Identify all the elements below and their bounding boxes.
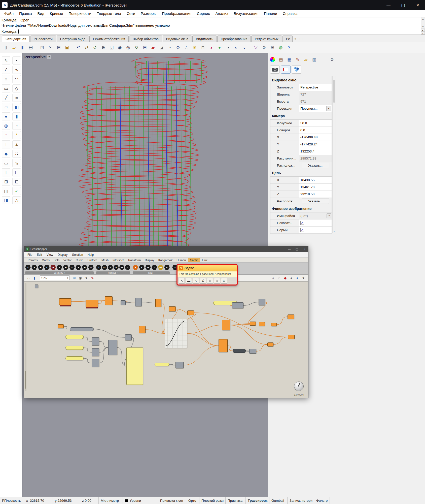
gh-tab-vector[interactable]: Vector <box>61 258 74 262</box>
select-icon[interactable]: ↖ <box>2 56 10 65</box>
gh-preview-wire-icon[interactable]: ◌ <box>276 275 282 280</box>
scroll-down-icon[interactable]: ▼ <box>422 26 424 28</box>
tab-cplanes[interactable]: РПлоскости <box>30 36 56 42</box>
polygon-icon[interactable]: ◇ <box>12 84 21 92</box>
gh-tab-maths[interactable]: Maths <box>40 258 52 262</box>
spin-up-icon[interactable]: ▲ <box>421 28 425 32</box>
torus-icon[interactable]: ◍ <box>2 122 10 130</box>
target-x-field[interactable]: 10438.55 <box>299 177 332 183</box>
array-icon[interactable]: ⊞ <box>2 178 10 186</box>
gh-geo-icon[interactable]: ▣ <box>82 265 87 270</box>
camera-snapshot-button[interactable] <box>270 66 280 74</box>
status-filler[interactable] <box>330 497 425 504</box>
status-grid-snap[interactable]: Привязка к сет <box>158 497 186 504</box>
gh-tab-curve[interactable]: Curve <box>74 258 86 262</box>
folder-icon[interactable]: ▱ <box>303 57 308 62</box>
gh-param[interactable] <box>187 310 194 315</box>
gh-menu-view[interactable]: View <box>44 253 55 257</box>
gh-param[interactable] <box>139 326 146 333</box>
menu-transform[interactable]: Преобразования <box>159 11 194 16</box>
status-x-coordinate[interactable]: x -32615.70 <box>24 497 53 504</box>
camera-x-field[interactable]: -176499.48 <box>299 134 332 141</box>
viewport-title[interactable]: Perspective <box>24 55 46 59</box>
line-icon[interactable]: ╱ <box>2 94 10 102</box>
gh-component[interactable] <box>232 302 243 308</box>
text-icon[interactable]: T <box>2 168 10 176</box>
pan-icon[interactable]: ⇄ <box>83 44 90 51</box>
command-scrollbar[interactable]: ▲ ▼ <box>421 17 425 28</box>
status-record-history[interactable]: Запись истори <box>288 497 314 504</box>
tab-partial[interactable]: Ре <box>282 36 293 42</box>
gh-zoom-fit-icon[interactable]: ⊞ <box>72 275 77 280</box>
zoom-extents-icon[interactable]: ◎ <box>124 44 132 51</box>
target-y-field[interactable]: 13461.73 <box>299 184 332 191</box>
browse-button[interactable]: ... <box>327 213 331 218</box>
gh-slider[interactable] <box>65 346 84 350</box>
status-osnap[interactable]: Привязка <box>226 497 246 504</box>
menu-tools[interactable]: Сервис <box>194 11 212 16</box>
display-mode-button[interactable] <box>292 66 301 74</box>
menu-panels[interactable]: Панели <box>261 11 280 16</box>
filter-icon[interactable]: ▽ <box>252 44 260 51</box>
gh-sphere-blue-icon[interactable]: ● <box>295 275 300 280</box>
gh-geo-icon[interactable]: ◆ <box>38 265 43 270</box>
status-units[interactable]: Миллиметр <box>99 497 123 504</box>
gh-preview-arrow-icon[interactable]: ▾ <box>84 275 89 280</box>
chevron-down-icon[interactable]: ▾ <box>326 106 331 111</box>
gh-graph-mapper[interactable] <box>165 319 187 348</box>
gh-prim-icon[interactable]: 01 <box>102 265 107 270</box>
tab-view-setup[interactable]: Настройка вида <box>57 36 89 42</box>
viewport-title-field[interactable]: Perspective <box>299 84 332 91</box>
maximize-button[interactable]: ▢ <box>396 0 410 10</box>
copy-icon[interactable]: ⊞ <box>55 44 62 51</box>
gh-component[interactable] <box>121 300 126 305</box>
gh-sketch-icon[interactable]: ✎ <box>90 275 95 280</box>
tab-visibility[interactable]: Видимость <box>192 36 217 42</box>
gh-tab-kangaroo2[interactable]: Kangaroo2 <box>156 258 174 262</box>
gh-input-icon[interactable]: ≡ <box>152 265 157 270</box>
gh-close-button[interactable]: × <box>301 246 308 252</box>
gear-icon[interactable]: ⚙ <box>260 44 268 51</box>
extend-icon[interactable]: ↘ <box>12 159 21 167</box>
zoom-dynamic-icon[interactable]: ⊕ <box>99 44 107 51</box>
box-icon[interactable]: ◧ <box>12 103 21 111</box>
rotation-field[interactable]: 0.0 <box>299 127 332 134</box>
background-file-field[interactable]: (нет) ... <box>299 212 332 219</box>
gh-param[interactable] <box>58 324 64 328</box>
block-icon[interactable]: ◫ <box>2 187 10 195</box>
curve-icon[interactable]: ∿ <box>12 66 21 74</box>
gh-tab-intersect[interactable]: Intersect <box>111 258 126 262</box>
gh-tab-transform[interactable]: Transform <box>126 258 143 262</box>
rectangle-icon[interactable]: ▭ <box>2 84 10 92</box>
gh-geo-icon[interactable]: ◒ <box>57 265 62 270</box>
zoom-window-icon[interactable]: ◱ <box>108 44 115 51</box>
gh-preview-shaded-icon[interactable]: ◆ <box>282 275 288 280</box>
gh-menu-display[interactable]: Display <box>55 253 70 257</box>
gh-slider[interactable] <box>233 349 246 353</box>
tab-viewports[interactable]: Видовые окна <box>163 36 192 42</box>
tab-overflow-button[interactable]: » <box>293 36 298 42</box>
status-smarttrack[interactable]: Трассировк <box>246 497 269 504</box>
minimize-button[interactable]: — <box>381 0 396 10</box>
ground-plane-icon[interactable]: ◒ <box>241 44 248 51</box>
layer-color-swatch[interactable] <box>125 499 128 502</box>
named-views-icon[interactable]: ▰ <box>149 44 157 51</box>
gh-group-label[interactable]: Geometry+ <box>25 271 94 274</box>
gh-prim-icon[interactable]: A <box>108 265 113 270</box>
menu-file[interactable]: Файл <box>2 11 16 16</box>
gh-param[interactable] <box>250 322 256 326</box>
status-z-coordinate[interactable]: z 0.00 <box>80 497 99 504</box>
gh-input-icon[interactable]: ▬ <box>158 265 163 270</box>
boolean-icon[interactable]: ◨ <box>2 196 10 204</box>
gh-input-icon[interactable]: ▸ <box>164 265 170 270</box>
rotate-view-icon[interactable]: ↺ <box>91 44 99 51</box>
tab-standard[interactable]: Стандартная <box>2 36 30 42</box>
gh-param[interactable] <box>259 322 265 326</box>
status-layer[interactable]: Уровни <box>123 497 158 504</box>
four-viewports-icon[interactable]: ⊞ <box>141 44 149 51</box>
gh-param[interactable] <box>155 299 161 307</box>
gh-slider[interactable] <box>65 335 84 339</box>
gh-minimize-button[interactable]: — <box>286 246 293 252</box>
gh-input-icon[interactable]: ▲ <box>133 265 138 270</box>
fillet-icon[interactable]: * <box>12 131 21 139</box>
